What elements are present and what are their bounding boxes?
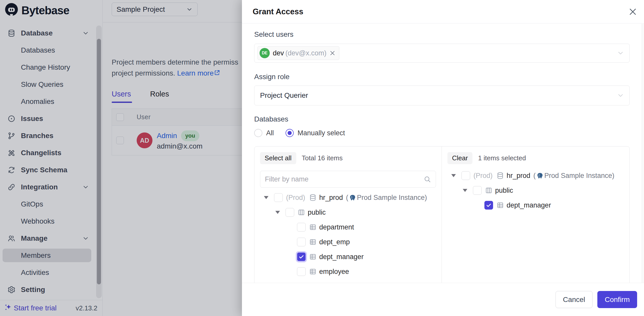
tree-row-public[interactable]: public	[260, 205, 436, 220]
expander-icon[interactable]	[264, 196, 274, 199]
instance-label: (Prod Sample Instance)	[346, 194, 427, 202]
tree-row-department[interactable]: department	[260, 220, 436, 235]
modal-footer: Cancel Confirm	[242, 283, 644, 316]
checkbox[interactable]	[297, 238, 306, 246]
clear-button[interactable]: Clear	[447, 152, 472, 164]
table-icon	[309, 268, 317, 275]
screen: Bytebase DatabaseDatabasesChange History…	[0, 0, 644, 316]
confirm-button[interactable]: Confirm	[597, 291, 637, 308]
tree-row-hr-prod[interactable]: (Prod)hr_prod(Prod Sample Instance)	[260, 190, 436, 205]
database-tree-right: (Prod)hr_prod(Prod Sample Instance)publi…	[447, 168, 624, 213]
table-icon	[309, 238, 317, 246]
available-databases-panel: Select all Total 16 items (Prod)hr_prod(…	[254, 147, 442, 283]
db-icon	[309, 194, 317, 201]
close-icon[interactable]	[628, 7, 637, 16]
radio-all[interactable]: All	[254, 129, 274, 137]
search-icon	[423, 175, 431, 183]
node-name: dept_emp	[319, 238, 350, 246]
node-name: department	[319, 223, 354, 231]
modal-header: Grant Access	[242, 0, 644, 23]
total-items-label: Total 16 items	[302, 154, 343, 162]
node-name: public	[308, 209, 326, 216]
checkbox[interactable]	[297, 223, 306, 232]
select-users-label: Select users	[254, 30, 630, 39]
table-icon	[309, 253, 317, 261]
chip-user-email: (dev@x.com)	[286, 49, 327, 57]
database-transfer-panels: Select all Total 16 items (Prod)hr_prod(…	[254, 146, 630, 283]
node-name: employee	[319, 268, 349, 276]
selected-user-chip: DE dev (dev@x.com)	[257, 46, 339, 60]
tree-row-dept-manager[interactable]: dept_manager	[260, 249, 436, 264]
postgresql-icon	[537, 172, 543, 179]
grant-access-modal: Grant Access Select users DE dev (dev@x.…	[242, 0, 644, 316]
schema-icon	[485, 187, 493, 194]
role-select[interactable]: Project Querier	[254, 86, 630, 105]
checkbox[interactable]	[461, 171, 470, 180]
environment-label: (Prod)	[286, 194, 305, 202]
environment-label: (Prod)	[473, 172, 493, 180]
modal-body: Select users DE dev (dev@x.com) Assign r…	[242, 24, 644, 283]
radio-manually-select[interactable]: Manually select	[286, 129, 345, 137]
node-name: dept_manager	[507, 201, 551, 209]
postgresql-icon	[349, 194, 356, 201]
selected-databases-panel: Clear 1 items selected (Prod)hr_prod(Pro…	[442, 147, 629, 283]
instance-label: (Prod Sample Instance)	[533, 172, 614, 180]
database-scope-radios: All Manually select	[254, 129, 630, 137]
database-tree-left: (Prod)hr_prod(Prod Sample Instance)publi…	[260, 190, 436, 279]
chevron-down-icon	[617, 92, 624, 99]
databases-label: Databases	[254, 115, 630, 123]
filter-input[interactable]	[265, 175, 423, 183]
chip-user-name: dev	[273, 49, 284, 57]
assign-role-label: Assign role	[254, 73, 630, 81]
node-name: hr_prod	[319, 194, 343, 202]
tree-row-dept-manager[interactable]: dept_manager	[447, 198, 624, 213]
table-icon	[309, 223, 317, 231]
checkbox[interactable]	[297, 252, 306, 261]
checkbox[interactable]	[274, 193, 283, 202]
table-icon	[496, 201, 504, 209]
cancel-button[interactable]: Cancel	[556, 291, 593, 308]
checkbox[interactable]	[473, 186, 482, 195]
tree-row-dept-emp[interactable]: dept_emp	[260, 235, 436, 249]
node-name: public	[495, 187, 513, 195]
checkbox[interactable]	[286, 208, 294, 217]
chevron-down-icon	[617, 49, 624, 57]
checkbox[interactable]	[297, 267, 306, 276]
expander-icon[interactable]	[275, 211, 286, 214]
select-users-input[interactable]: DE dev (dev@x.com)	[254, 44, 630, 63]
radio-dot	[254, 129, 262, 137]
radio-dot	[286, 129, 294, 137]
select-all-button[interactable]: Select all	[260, 152, 296, 164]
filter-input-wrap	[260, 171, 436, 188]
checkbox[interactable]	[484, 201, 493, 210]
tree-row-employee[interactable]: employee	[260, 264, 436, 279]
role-select-value: Project Querier	[260, 91, 308, 100]
db-icon	[496, 172, 504, 179]
selected-count-label: 1 items selected	[478, 154, 526, 162]
tree-row-hr-prod[interactable]: (Prod)hr_prod(Prod Sample Instance)	[447, 168, 624, 183]
node-name: hr_prod	[507, 172, 530, 180]
expander-icon[interactable]	[451, 174, 461, 177]
modal-scrollbar[interactable]	[642, 24, 644, 283]
schema-icon	[298, 209, 305, 216]
expander-icon[interactable]	[463, 189, 473, 192]
modal-title: Grant Access	[253, 7, 303, 16]
avatar: DE	[260, 48, 270, 58]
remove-user-icon[interactable]	[329, 50, 336, 56]
tree-row-public[interactable]: public	[447, 183, 624, 198]
node-name: dept_manager	[319, 253, 364, 261]
